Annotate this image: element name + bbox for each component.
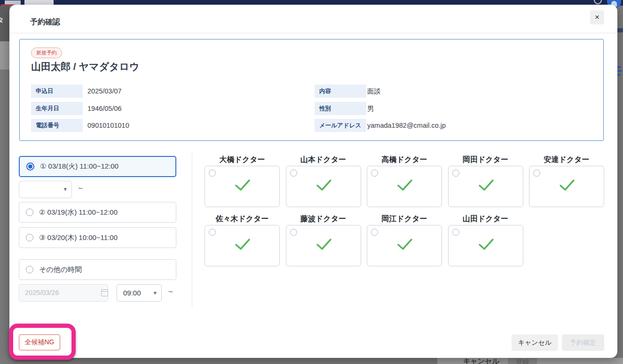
doctor-card[interactable] [448, 166, 523, 207]
doctor-card[interactable] [448, 225, 523, 266]
divider [192, 153, 192, 308]
background-cancel-button: キャンセル [463, 357, 499, 364]
radio-icon[interactable] [26, 266, 33, 273]
field-value-phone: 09010101010 [87, 119, 129, 132]
doctor-cell: 岡江ドクター [367, 214, 442, 266]
background-page-text: タ [0, 16, 4, 25]
field-value-birthdate: 1946/05/06 [87, 102, 122, 115]
background-register-button: 登録 [508, 358, 537, 364]
doctor-cell: 山田ドクター [448, 214, 523, 266]
doctor-card[interactable] [205, 166, 280, 207]
slot-option-2[interactable]: ② 03/19(水) 11:00~12:00 [19, 202, 176, 223]
background-page-fragment [617, 74, 621, 76]
field-label-gender: 性別 [315, 102, 366, 115]
radio-selected-icon[interactable] [26, 163, 34, 170]
check-icon [559, 179, 575, 191]
slot-option-1[interactable]: ① 03/18(火) 11:00~12:00 [19, 156, 176, 177]
radio-icon[interactable] [26, 234, 33, 241]
slot-option-label: その他の時間 [39, 265, 82, 274]
tilde-separator: ~ [78, 184, 83, 194]
check-icon [478, 179, 494, 191]
check-icon [316, 238, 332, 250]
confirm-reservation-button[interactable]: 予約確定 [562, 334, 604, 351]
page-background: タ キャンセル 登録 予約確認 × 新規予約 山田太郎 / ヤマダタロウ 申込日… [0, 0, 623, 364]
patient-summary-card: 新規予約 山田太郎 / ヤマダタロウ 申込日 2025/03/07 生年月日 1… [19, 39, 604, 141]
chevron-down-icon: ▾ [153, 285, 157, 301]
radio-icon[interactable] [371, 229, 378, 236]
field-value-gender: 男 [367, 102, 374, 115]
modal-title: 予約確認 [30, 17, 60, 27]
background-page-fragment [617, 28, 623, 32]
field-label-apply-date: 申込日 [31, 85, 83, 98]
check-icon [397, 238, 413, 250]
doctor-cell: 大橋ドクター [205, 155, 280, 207]
field-value-email: yamada1982@cmail.co.jp [367, 119, 446, 132]
reservation-confirm-modal: 予約確認 × 新規予約 山田太郎 / ヤマダタロウ 申込日 2025/03/07… [9, 5, 617, 358]
doctor-cell: 高橋ドクター [367, 155, 442, 207]
doctor-cell: 安達ドクター [529, 155, 604, 207]
background-page-fragment [617, 66, 621, 68]
doctor-card[interactable] [205, 225, 280, 266]
doctor-name: 大橋ドクター [205, 155, 280, 166]
check-icon [316, 179, 332, 191]
field-value-content: 面談 [367, 85, 381, 98]
slot-option-label: ③ 03/20(木) 10:00~11:00 [39, 233, 118, 242]
new-reservation-badge: 新規予約 [31, 47, 62, 58]
other-time-select[interactable]: 09:00 ▾ [117, 284, 162, 302]
doctor-card[interactable] [529, 166, 604, 207]
radio-icon[interactable] [533, 170, 540, 177]
radio-icon[interactable] [290, 229, 297, 236]
doctor-cell: 佐々木ドクター [205, 214, 280, 266]
check-icon [478, 238, 494, 250]
cancel-button[interactable]: キャンセル [512, 334, 558, 351]
check-icon [235, 238, 251, 250]
doctor-card[interactable] [286, 225, 361, 266]
slot1-time-select[interactable]: ▾ [19, 181, 72, 198]
other-date-input[interactable]: 2025/03/26 [19, 284, 108, 302]
calendar-icon [101, 289, 108, 296]
field-value-apply-date: 2025/03/07 [87, 85, 122, 98]
slot-option-label: ① 03/18(火) 11:00~12:00 [40, 162, 118, 171]
patient-name: 山田太郎 / ヤマダタロウ [31, 60, 139, 73]
slot-option-3[interactable]: ③ 03/20(木) 10:00~11:00 [19, 227, 176, 248]
radio-icon[interactable] [290, 170, 297, 177]
chevron-down-icon: ▾ [63, 186, 67, 193]
slot-option-label: ② 03/19(水) 11:00~12:00 [39, 208, 118, 217]
field-label-content: 内容 [315, 85, 366, 98]
doctor-name: 藤波ドクター [286, 214, 361, 225]
time-select-value: 09:00 [123, 289, 141, 297]
background-page-strip [0, 41, 9, 70]
slot-option-other[interactable]: その他の時間 [19, 259, 176, 280]
radio-icon[interactable] [26, 209, 33, 216]
tilde-separator: ~ [168, 287, 173, 297]
doctor-card[interactable] [367, 166, 442, 207]
doctor-cell: 山本ドクター [286, 155, 361, 207]
field-label-birthdate: 生年月日 [31, 102, 83, 115]
radio-icon[interactable] [452, 170, 459, 177]
doctor-cell: 藤波ドクター [286, 214, 361, 266]
doctor-name: 岡田ドクター [448, 155, 523, 166]
doctor-name: 山田ドクター [448, 214, 523, 225]
radio-icon[interactable] [209, 170, 216, 177]
check-icon [397, 179, 413, 191]
doctor-name: 山本ドクター [286, 155, 361, 166]
radio-icon[interactable] [452, 229, 459, 236]
field-label-phone: 電話番号 [31, 119, 83, 132]
field-label-email: メールアドレス [315, 119, 366, 132]
doctor-grid-row: 大橋ドクター 山本ドクター 高橋ドクター [205, 155, 604, 207]
doctor-grid-row: 佐々木ドクター 藤波ドクター 岡江ドクター [205, 214, 523, 266]
divider [9, 33, 617, 33]
background-page-fragment [617, 70, 622, 72]
doctor-card[interactable] [367, 225, 442, 266]
radio-icon[interactable] [209, 229, 216, 236]
doctor-name: 安達ドクター [529, 155, 604, 166]
close-icon[interactable]: × [590, 10, 604, 24]
doctor-card[interactable] [286, 166, 361, 207]
radio-icon[interactable] [371, 170, 378, 177]
help-icon [594, 0, 602, 4]
doctor-name: 岡江ドクター [367, 214, 442, 225]
doctor-name: 高橋ドクター [367, 155, 442, 166]
doctor-cell: 岡田ドクター [448, 155, 523, 207]
all-candidates-ng-button[interactable]: 全候補NG [19, 334, 60, 350]
check-icon [235, 179, 251, 191]
